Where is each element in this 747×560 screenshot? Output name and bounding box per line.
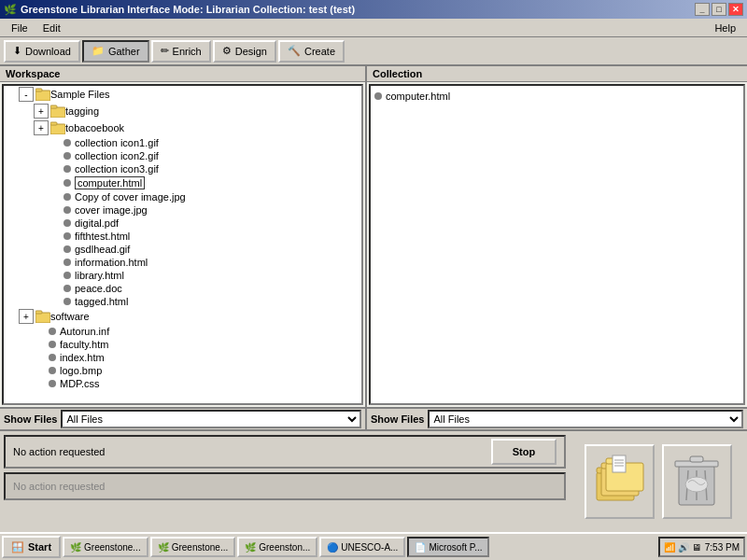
maximize-button[interactable]: □ (712, 3, 726, 16)
tree-node[interactable]: MDP.css (4, 377, 361, 390)
svg-point-24 (685, 477, 708, 492)
collection-filter-select[interactable]: All Files (428, 410, 743, 428)
tray-icons: 📶 🔊 🖥 (664, 542, 701, 553)
tree-node[interactable]: Copy of cover image.jpg (4, 190, 361, 203)
tree-expander[interactable]: + (34, 120, 49, 135)
taskbar-icon-1: 🌿 (70, 542, 81, 553)
file-bullet (63, 206, 71, 214)
tree-node[interactable]: logo.bmp (4, 364, 361, 377)
toolbar: ⬇ Download 📁 Gather ✏ Enrich ⚙ Design 🔨 … (0, 37, 747, 65)
recycle-bin-button[interactable] (662, 444, 732, 519)
stop-button[interactable]: Stop (491, 439, 557, 465)
tree-node[interactable]: index.htm (4, 351, 361, 364)
tree-node[interactable]: Autorun.inf (4, 325, 361, 338)
tree-node[interactable]: +tagging (4, 103, 361, 119)
collection-filter-label: Show Files (371, 413, 424, 425)
tree-node[interactable]: collection icon3.gif (4, 162, 361, 175)
taskbar-item-4[interactable]: 🔵 UNESCO-A... (319, 537, 405, 557)
svg-rect-3 (50, 105, 57, 108)
svg-rect-7 (35, 311, 42, 314)
file-bullet (63, 245, 71, 253)
tree-expander[interactable]: - (19, 87, 34, 102)
svg-rect-4 (50, 124, 65, 134)
file-bullet (63, 179, 71, 187)
action-left: No action requested Stop No action reque… (0, 431, 570, 532)
file-bullet (49, 380, 56, 387)
tree-node[interactable]: cover image.jpg (4, 203, 361, 217)
download-button[interactable]: ⬇ Download (4, 40, 80, 63)
action-area: No action requested Stop No action reque… (0, 429, 747, 532)
tree-node[interactable]: fifthtest.html (4, 230, 361, 243)
create-button[interactable]: 🔨 Create (278, 40, 345, 63)
file-bullet (49, 367, 56, 374)
create-icon: 🔨 (288, 45, 301, 57)
titlebar-title: 🌿 Greenstone Librarian Interface Mode: L… (4, 4, 355, 16)
tree-node[interactable]: information.html (4, 256, 361, 269)
enrich-button[interactable]: ✏ Enrich (151, 40, 211, 63)
taskbar-item-2[interactable]: 🌿 Greenstone... (150, 537, 236, 557)
file-bullet (63, 219, 71, 227)
tree-node[interactable]: library.html (4, 269, 361, 282)
start-button[interactable]: 🪟 Start (2, 536, 61, 558)
tree-node[interactable]: -Sample Files (4, 86, 361, 103)
minimize-button[interactable]: _ (695, 3, 710, 16)
titlebar-text: Greenstone Librarian Interface Mode: Lib… (21, 4, 355, 15)
taskbar-icon-2: 🌿 (158, 542, 169, 553)
tree-node[interactable]: gsdlhead.gif (4, 243, 361, 256)
action-top: No action requested Stop (4, 435, 566, 469)
workspace-filter-select[interactable]: All Files (61, 410, 361, 428)
folder-icon (50, 105, 65, 118)
tree-node[interactable]: collection icon1.gif (4, 136, 361, 149)
workspace-filter-bar: Show Files All Files (0, 407, 365, 429)
taskbar-icon-3: 🌿 (245, 542, 256, 553)
file-bullet (63, 272, 71, 279)
close-button[interactable]: ✕ (728, 3, 743, 16)
taskbar-item-3[interactable]: 🌿 Greenston... (237, 537, 317, 557)
file-bullet (63, 259, 71, 266)
titlebar-controls: _ □ ✕ (695, 3, 743, 16)
clock: 7:53 PM (705, 542, 740, 553)
folder-icon (35, 310, 50, 323)
tree-expander[interactable]: + (34, 104, 49, 119)
tree-node[interactable]: +software (4, 308, 361, 325)
taskbar-item-1[interactable]: 🌿 Greenstone... (63, 537, 148, 557)
help-button[interactable]: Help (707, 21, 743, 35)
collection-item[interactable]: computer.html (374, 90, 740, 103)
tree-node[interactable]: computer.html (4, 175, 361, 190)
folder-icon (50, 121, 65, 134)
collection-tree[interactable]: computer.html (369, 84, 745, 405)
main-content: Workspace -Sample Files+tagging+tobacoeb… (0, 65, 747, 429)
menu-file[interactable]: File (4, 21, 35, 35)
file-bullet (63, 285, 71, 292)
tree-node[interactable]: faculty.htm (4, 338, 361, 351)
gather-button[interactable]: 📁 Gather (82, 40, 149, 63)
action-bottom-text: No action requested (13, 481, 105, 492)
tree-node[interactable]: tagged.html (4, 295, 361, 308)
taskbar-icon-5: 📄 (415, 542, 426, 553)
tree-node[interactable]: digital.pdf (4, 217, 361, 230)
tree-node[interactable]: peace.doc (4, 282, 361, 295)
taskbar-icon-4: 🔵 (327, 542, 338, 553)
tree-node[interactable]: collection icon2.gif (4, 149, 361, 162)
svg-rect-14 (613, 455, 626, 472)
design-button[interactable]: ⚙ Design (213, 40, 276, 63)
taskbar-item-5[interactable]: 📄 Microsoft P... (407, 537, 489, 557)
tree-expander[interactable]: + (19, 309, 34, 324)
recycle-bin-icon (671, 452, 723, 512)
svg-rect-20 (690, 456, 703, 462)
menu-edit[interactable]: Edit (35, 21, 68, 35)
taskbar-system-tray: 📶 🔊 🖥 7:53 PM (658, 537, 745, 557)
design-icon: ⚙ (222, 45, 232, 57)
titlebar: 🌿 Greenstone Librarian Interface Mode: L… (0, 0, 747, 19)
folder-stack-button[interactable] (585, 444, 655, 519)
app-icon: 🌿 (4, 4, 17, 16)
svg-rect-5 (50, 122, 57, 125)
tree-node[interactable]: +tobacoebook (4, 119, 361, 136)
workspace-header: Workspace (0, 66, 365, 82)
workspace-tree[interactable]: -Sample Files+tagging+tobacoebookcollect… (2, 84, 363, 405)
svg-rect-1 (35, 89, 42, 91)
collection-panel: Collection computer.html Show Files All … (367, 66, 747, 429)
file-bullet (49, 328, 56, 335)
workspace-filter-label: Show Files (4, 413, 57, 425)
workspace-panel: Workspace -Sample Files+tagging+tobacoeb… (0, 66, 367, 429)
